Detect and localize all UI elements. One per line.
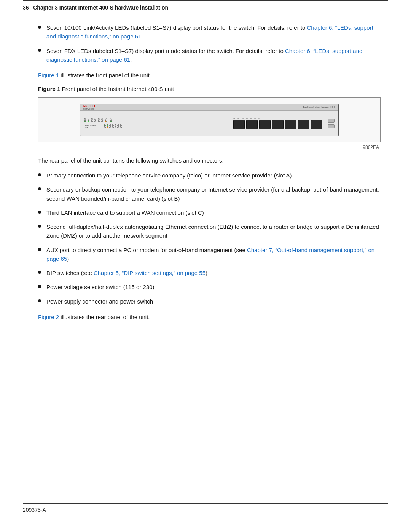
led-a2 bbox=[88, 120, 89, 122]
led-a3 bbox=[91, 120, 93, 122]
port-s3 bbox=[259, 120, 271, 129]
fdx-led-1 bbox=[104, 126, 106, 128]
port-label-s6: S6 bbox=[254, 117, 256, 119]
fdx-led-3 bbox=[109, 126, 111, 128]
port-blocks bbox=[233, 120, 322, 129]
list-item: DIP switches (see Chapter 5, “DIP switch… bbox=[38, 268, 381, 277]
figure2-intro: Figure 2 illustrates the rear panel of t… bbox=[38, 313, 381, 321]
chapter6-link-2[interactable]: Chapter 6, “LEDs: support and diagnostic… bbox=[46, 48, 362, 63]
list-item-text: Secondary or backup connection to your t… bbox=[46, 185, 381, 203]
link-led-7 bbox=[120, 124, 122, 126]
list-item: Power voltage selector switch (115 or 23… bbox=[38, 283, 381, 291]
led-a7 bbox=[105, 120, 107, 122]
chapter6-link-1[interactable]: Chapter 6, “LEDs: support and diagnostic… bbox=[46, 24, 373, 40]
bullet-dot bbox=[38, 248, 41, 251]
port-s2 bbox=[246, 120, 258, 129]
figure1-intro: Figure 1 illustrates the front panel of … bbox=[38, 71, 381, 80]
port-label-s1: S1 bbox=[233, 117, 235, 119]
led-a6 bbox=[101, 120, 103, 122]
fdx-led-4 bbox=[112, 126, 114, 128]
port-labels-section: S1 S2 S3 S4 S5 S6 S7 bbox=[233, 117, 322, 129]
port-label-s4: S4 bbox=[246, 117, 248, 119]
bullet-dot bbox=[38, 285, 41, 288]
port-label-s7: S7 bbox=[258, 117, 260, 119]
figure2-intro-text: illustrates the rear panel of the unit. bbox=[61, 314, 150, 320]
list-item-text: Primary connection to your telephone ser… bbox=[46, 171, 292, 180]
port-label-s2: S2 bbox=[237, 117, 239, 119]
link-led-3 bbox=[109, 124, 111, 126]
nortel-sub-text: NETWORKS bbox=[83, 108, 96, 110]
list-item: AUX port to directly connect a PC or mod… bbox=[38, 246, 381, 264]
bullet-dot bbox=[38, 211, 41, 214]
bullet-dot bbox=[38, 225, 41, 228]
link-led-2 bbox=[107, 124, 108, 126]
port-label-s3: S3 bbox=[242, 117, 244, 119]
list-item-text: Power voltage selector switch (115 or 23… bbox=[46, 283, 154, 291]
right-button-1 bbox=[328, 119, 335, 123]
port-s4 bbox=[272, 120, 284, 129]
led-pwr bbox=[110, 120, 112, 122]
figure2-link[interactable]: Figure 2 bbox=[38, 314, 59, 320]
rear-panel-intro: The rear panel of the unit contains the … bbox=[38, 156, 381, 165]
chapter5-link[interactable]: Chapter 5, “DIP switch settings,” on pag… bbox=[94, 270, 206, 276]
fdx-led-7 bbox=[120, 126, 122, 128]
chapter7-link[interactable]: Chapter 7, “Out-of-band management suppo… bbox=[46, 247, 374, 262]
fdx-led-2 bbox=[107, 126, 108, 128]
list-item: Power supply connector and power switch bbox=[38, 297, 381, 306]
figure1-caption-text: Front panel of the Instant Internet 400-… bbox=[62, 86, 174, 92]
device-illustration: N◊RTEL NETWORKS BayStack Instant Interne… bbox=[80, 104, 339, 136]
list-item-text: Seven FDX LEDs (labeled S1–S7) display p… bbox=[46, 46, 381, 64]
nortel-logo-text: N◊RTEL bbox=[83, 104, 96, 108]
list-item-text: Seven 10/100 Link/Activity LEDs (labeled… bbox=[46, 23, 381, 41]
list-item: Seven FDX LEDs (labeled S1–S7) display p… bbox=[38, 46, 381, 64]
bullet-list-2: Primary connection to your telephone ser… bbox=[38, 171, 381, 306]
chapter-title: Chapter 3 Instant Internet 400-S hardwar… bbox=[29, 5, 168, 11]
port-label-s5: S5 bbox=[250, 117, 252, 119]
list-item: Second full-duplex/half-duplex autonegot… bbox=[38, 222, 381, 240]
list-item: Seven 10/100 Link/Activity LEDs (labeled… bbox=[38, 23, 381, 41]
chapter-heading: 36 bbox=[23, 5, 29, 11]
footer-document-number: 209375-A bbox=[23, 507, 46, 513]
bullet-dot bbox=[38, 173, 41, 176]
link-led-4 bbox=[112, 124, 114, 126]
figure1-caption-bold: Figure 1 bbox=[38, 86, 60, 92]
link-led-1 bbox=[104, 124, 106, 126]
header-bar: 36 Chapter 3 Instant Internet 400-S hard… bbox=[0, 1, 411, 14]
led-a1 bbox=[84, 120, 86, 122]
list-item: Third LAN interface card to support a WA… bbox=[38, 208, 381, 217]
port-s5 bbox=[285, 120, 296, 129]
port-s1 bbox=[233, 120, 245, 129]
bullet-dot bbox=[38, 299, 41, 302]
link-led-5 bbox=[115, 124, 116, 126]
figure-number: 9862EA bbox=[38, 145, 381, 150]
list-item: Primary connection to your telephone ser… bbox=[38, 171, 381, 180]
figure1-caption: Figure 1 Front panel of the Instant Inte… bbox=[38, 85, 381, 94]
port-s7 bbox=[311, 120, 322, 129]
right-button-2 bbox=[328, 124, 335, 128]
led-a5 bbox=[98, 120, 100, 122]
fdx-led-6 bbox=[117, 126, 119, 128]
list-item: Secondary or backup connection to your t… bbox=[38, 185, 381, 203]
main-content: Seven 10/100 Link/Activity LEDs (labeled… bbox=[0, 14, 411, 321]
fdx-led-5 bbox=[115, 126, 116, 128]
list-item-text: DIP switches (see Chapter 5, “DIP switch… bbox=[46, 268, 207, 277]
nortel-logo-area: N◊RTEL NETWORKS bbox=[83, 104, 96, 110]
bullet-list-1: Seven 10/100 Link/Activity LEDs (labeled… bbox=[38, 23, 381, 64]
bullet-dot bbox=[38, 271, 41, 274]
port-s6 bbox=[298, 120, 309, 129]
figure1-box: N◊RTEL NETWORKS BayStack Instant Interne… bbox=[38, 97, 381, 142]
led-a4 bbox=[94, 120, 96, 122]
device-right-buttons bbox=[328, 119, 335, 128]
list-item-text: Third LAN interface card to support a WA… bbox=[46, 208, 204, 217]
list-item-text: AUX port to directly connect a PC or mod… bbox=[46, 246, 381, 264]
device-body: A1 A2 A3 A4 bbox=[80, 111, 338, 136]
bullet-dot bbox=[38, 26, 41, 29]
list-item-text: Power supply connector and power switch bbox=[46, 297, 153, 306]
figure1-intro-text: illustrates the front panel of the unit. bbox=[61, 72, 151, 78]
footer-bar: 209375-A bbox=[0, 504, 411, 513]
device-top-bar: N◊RTEL NETWORKS BayStack Instant Interne… bbox=[80, 104, 338, 111]
bullet-dot bbox=[38, 49, 41, 52]
figure1-link[interactable]: Figure 1 bbox=[38, 72, 59, 78]
bullet-dot bbox=[38, 187, 41, 190]
link-led-6 bbox=[117, 124, 119, 126]
